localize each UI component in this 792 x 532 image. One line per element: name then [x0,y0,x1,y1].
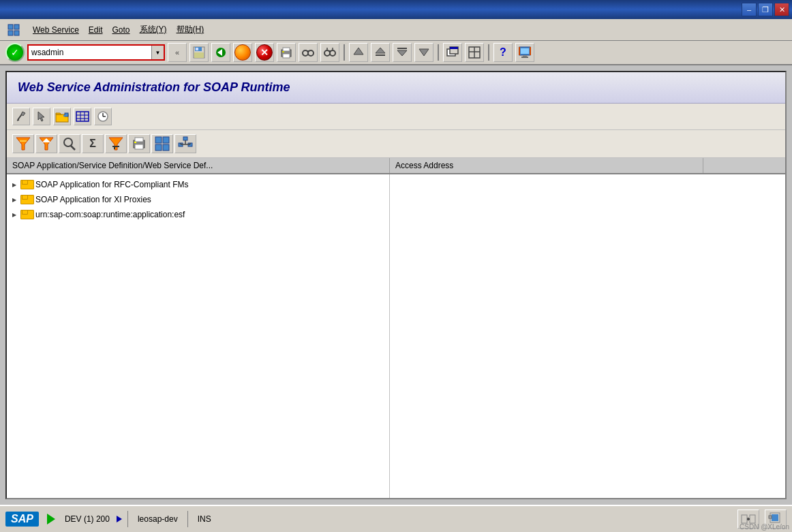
folder-icon-2 [20,195,33,204]
svg-rect-11 [283,48,290,51]
svg-rect-69 [163,137,169,143]
svg-rect-79 [742,515,747,523]
nav-up-button[interactable] [349,43,368,62]
filter-up-button[interactable] [35,134,57,153]
svg-rect-16 [307,50,309,52]
tree-row[interactable]: SOAP Application for RFC-Compliant FMs [7,177,389,192]
svg-rect-80 [750,515,755,523]
toolbar-separator-3 [488,44,489,61]
menu-edit[interactable]: Edit [85,24,107,36]
svg-marker-23 [376,48,385,53]
svg-rect-65 [135,138,143,142]
tree-item-2-label: SOAP Application for XI Proxies [35,195,151,204]
nav-down-button[interactable] [414,43,433,62]
export-button[interactable] [151,134,173,153]
svg-rect-71 [163,144,169,151]
help-button[interactable]: ? [493,43,513,62]
svg-rect-72 [183,137,187,140]
title-bar: – ❐ ✕ [0,0,792,19]
sub-filter-button[interactable] [105,134,127,153]
status-separator-1 [127,511,128,527]
svg-marker-43 [38,112,44,121]
tree-right-extra [703,174,785,498]
system-info: DEV (1) 200 [61,513,114,525]
tree-col-access: Access Address [390,158,703,173]
close-button[interactable]: ✕ [774,3,789,16]
svg-rect-35 [521,48,529,54]
filter-select-button[interactable] [12,134,34,153]
minimize-button[interactable]: – [742,3,757,16]
svg-line-41 [17,120,19,121]
command-input-container: ▼ [27,44,165,61]
print-list-button[interactable] [128,134,150,153]
binoculars1-button[interactable] [299,43,318,62]
red-icon-button[interactable]: ✕ [255,43,274,62]
svg-rect-36 [523,55,527,57]
restore-button[interactable]: ❐ [758,3,773,16]
clock-icon-button[interactable] [94,108,112,125]
svg-rect-12 [283,54,290,58]
expand-icon-3[interactable] [10,210,19,219]
window-button[interactable] [443,43,462,62]
svg-rect-6 [196,48,198,50]
nav-page-up-button[interactable] [371,43,390,62]
tree-content: SOAP Application for RFC-Compliant FMs S… [7,174,785,498]
layout-button[interactable] [465,43,484,62]
svg-rect-13 [282,51,284,52]
svg-rect-7 [194,52,204,58]
sigma-button[interactable]: Σ [82,134,104,153]
grid-icon-button[interactable] [74,108,91,125]
print-button[interactable] [277,43,296,62]
edit-icon-button[interactable] [12,108,30,125]
tree-row[interactable]: SOAP Application for XI Proxies [7,192,389,207]
toolbar: ✓ ▼ « ✕ [0,41,792,65]
green-check-icon: ✓ [5,43,25,62]
orange-icon-button[interactable] [233,43,252,62]
tree-item-3-label: urn:sap-com:soap:runtime:application:esf [35,210,185,219]
svg-rect-38 [519,47,520,55]
status-separator-2 [187,511,188,527]
hierarchy-button[interactable] [174,134,196,153]
menu-goto[interactable]: Goto [108,24,134,36]
binoculars2-button[interactable] [320,43,339,62]
svg-marker-42 [21,112,25,116]
content-toolbar [7,104,785,130]
svg-rect-2 [8,31,13,35]
expand-icon-1[interactable] [10,180,19,189]
command-dropdown-button[interactable]: ▼ [151,46,164,59]
svg-rect-70 [155,144,162,151]
svg-marker-22 [354,48,363,54]
svg-rect-66 [135,144,143,149]
nav-page-down-button[interactable] [393,43,412,62]
tree-col-name: SOAP Application/Service Definition/Web … [7,158,390,173]
pointer-icon-button[interactable] [33,108,50,125]
find-button[interactable] [59,134,80,153]
title-bar-buttons: – ❐ ✕ [742,3,789,16]
menu-web-service[interactable]: Web Service [29,24,83,36]
expand-icon-2[interactable] [10,195,19,204]
svg-marker-61 [109,138,123,150]
toolbar-separator-2 [438,44,439,61]
svg-marker-27 [419,49,429,56]
nav-back-button[interactable] [211,43,230,62]
folder-icon-3 [20,210,33,219]
monitor-button[interactable] [515,43,534,62]
back-button[interactable]: « [168,43,187,62]
folder-icon-button[interactable] [53,108,71,125]
command-input[interactable] [29,46,151,59]
tree-header: SOAP Application/Service Definition/Web … [7,158,785,174]
tree-row[interactable]: urn:sap-com:soap:runtime:application:esf [7,207,389,222]
menu-help[interactable]: 帮助(H) [172,22,209,37]
server-name: leosap-dev [134,513,182,525]
menu-bar: Web Service Edit Goto 系统(Y) 帮助(H) [0,19,792,41]
svg-marker-55 [16,138,30,150]
tree-left-pane: SOAP Application for RFC-Compliant FMs S… [7,174,390,498]
dropdown-arrow-icon [117,516,122,522]
tree-col-extra [703,158,785,173]
menu-system[interactable]: 系统(Y) [136,22,171,37]
status-bar: SAP DEV (1) 200 leosap-dev INS [0,505,792,532]
watermark: CSDN @XLe/on [740,523,789,531]
tree-item-1-label: SOAP Application for RFC-Compliant FMs [35,180,189,189]
svg-rect-56 [20,140,27,142]
save-button[interactable] [189,43,209,62]
